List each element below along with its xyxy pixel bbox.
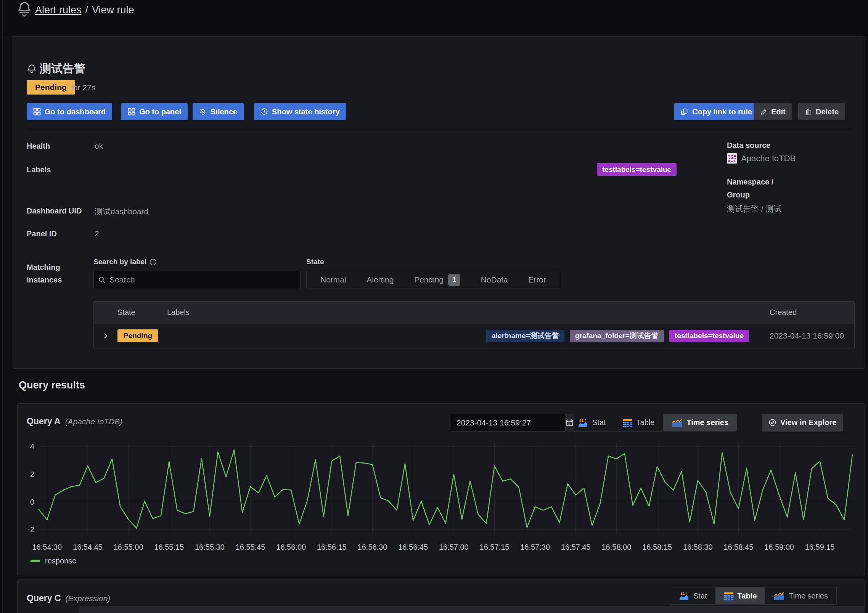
view-in-explore-button[interactable]: View in Explore — [762, 414, 843, 432]
query-a-title: Query A (Apache IoTDB) — [27, 416, 122, 427]
rule-label-badge: testlabels=testvalue — [597, 163, 677, 176]
svg-text:4: 4 — [30, 442, 34, 451]
rule-state-badge: Pending — [27, 80, 75, 95]
panel-id-value: 2 — [95, 229, 99, 238]
row-state-cell: Pending — [117, 323, 167, 348]
go-to-panel-button[interactable]: Go to panel — [121, 103, 188, 120]
svg-text:16:59:15: 16:59:15 — [805, 543, 835, 551]
query-c-view-mode-switcher: 12.4 Stat Table Time series — [670, 587, 837, 605]
table-header-created: Created — [756, 302, 854, 323]
query-a-name: Query A — [27, 416, 61, 427]
search-by-label-row: Search by label — [93, 258, 157, 266]
history-clock-icon — [260, 108, 268, 116]
svg-text:16:55:30: 16:55:30 — [195, 543, 225, 551]
stat-panel-icon: 12.4 — [678, 591, 690, 600]
compass-icon — [768, 419, 776, 427]
query-c-stat-tab[interactable]: 12.4 Stat — [670, 587, 715, 604]
edit-button[interactable]: Edit — [754, 103, 792, 120]
row-created-cell: 2023-04-13 16:59:00 — [756, 323, 854, 348]
datetime-picker-group — [451, 414, 566, 432]
query-c-type: (Expression) — [65, 594, 110, 603]
dashboard-uid-value: 测试dashboard — [95, 206, 148, 217]
pencil-icon — [760, 108, 767, 116]
breadcrumb-current: View rule — [92, 4, 134, 16]
breadcrumb: Alert rules/View rule — [35, 0, 134, 20]
namespace-label-line1: Namespace / — [727, 178, 773, 186]
matching-instances-label-line2: instances — [27, 276, 62, 284]
trash-icon — [805, 108, 812, 116]
svg-text:16:59:00: 16:59:00 — [764, 543, 794, 551]
svg-text:16:58:15: 16:58:15 — [642, 543, 672, 551]
search-input-container — [93, 271, 301, 289]
namespace-value: 测试告警 / 测试 — [727, 204, 782, 214]
query-a-timeseries-tab[interactable]: Time series — [663, 414, 737, 431]
section-divider — [27, 129, 850, 129]
alerting-bell-icon — [17, 0, 32, 18]
state-option-alerting[interactable]: Alerting — [366, 275, 394, 284]
query-c-title: Query C (Expression) — [27, 593, 110, 603]
state-option-nodata[interactable]: NoData — [481, 275, 508, 284]
rule-title: 测试告警 — [40, 61, 85, 77]
datetime-input[interactable] — [451, 414, 565, 431]
legend-series-swatch[interactable] — [31, 560, 40, 562]
table-header-state: State — [117, 302, 167, 323]
legend-series-label[interactable]: response — [45, 557, 76, 565]
state-option-error[interactable]: Error — [528, 275, 546, 284]
bell-slash-icon — [199, 108, 207, 116]
table-panel-icon — [724, 591, 734, 600]
query-c-table-header-strip — [79, 606, 865, 613]
svg-text:16:57:45: 16:57:45 — [561, 543, 591, 551]
svg-text:16:56:45: 16:56:45 — [398, 543, 428, 551]
rule-state-duration: for 27s — [71, 83, 95, 92]
query-c-timeseries-tab[interactable]: Time series — [765, 587, 836, 604]
query-a-view-mode-switcher: 12.4 Stat Table Time series — [569, 414, 737, 432]
svg-text:12.4: 12.4 — [579, 418, 587, 422]
query-a-type: (Apache IoTDB) — [65, 417, 123, 426]
info-icon[interactable] — [149, 258, 157, 266]
row-expand-chevron[interactable] — [94, 323, 117, 348]
dashboard-uid-label: Dashboard UID — [27, 207, 82, 215]
matching-instances-label-line1: Matching — [27, 263, 60, 272]
show-state-history-button[interactable]: Show state history — [254, 103, 346, 120]
svg-text:12.4: 12.4 — [680, 591, 688, 595]
table-panel-icon — [623, 418, 633, 427]
query-a-timeseries-chart[interactable]: -202416:54:3016:54:4516:55:0016:55:1516:… — [22, 437, 857, 555]
state-option-normal[interactable]: Normal — [320, 275, 346, 284]
copy-link-to-rule-button[interactable]: Copy link to rule — [674, 103, 759, 120]
query-results-heading: Query results — [19, 379, 85, 391]
health-label: Health — [27, 142, 50, 151]
timeseries-panel-icon — [773, 591, 785, 600]
state-option-pending[interactable]: Pending 1 — [414, 274, 460, 286]
rule-bell-icon — [27, 63, 37, 74]
query-a-table-tab[interactable]: Table — [614, 414, 663, 431]
table-header-chevron-spacer — [94, 302, 117, 323]
silence-button[interactable]: Silence — [193, 103, 244, 120]
data-source-row: Apache IoTDB — [727, 153, 796, 164]
left-edge-strip — [0, 0, 3, 613]
svg-text:16:55:00: 16:55:00 — [114, 543, 143, 551]
timeseries-panel-icon — [671, 418, 683, 427]
svg-text:16:55:15: 16:55:15 — [154, 543, 184, 551]
query-c-name: Query C — [27, 593, 61, 603]
row-label-grafana-folder: grafana_folder=测试告警 — [570, 330, 664, 342]
health-value: ok — [95, 141, 103, 151]
go-to-dashboard-button[interactable]: Go to dashboard — [27, 103, 112, 120]
svg-text:16:57:00: 16:57:00 — [439, 543, 469, 551]
table-header-labels: Labels — [167, 302, 756, 323]
breadcrumb-alert-rules-link[interactable]: Alert rules — [35, 4, 82, 16]
search-input[interactable] — [109, 275, 296, 284]
svg-text:16:54:45: 16:54:45 — [73, 543, 103, 551]
svg-text:-2: -2 — [27, 525, 34, 534]
breadcrumb-separator: / — [82, 4, 92, 16]
delete-button[interactable]: Delete — [798, 103, 845, 120]
svg-text:16:56:30: 16:56:30 — [358, 543, 387, 551]
query-a-stat-tab[interactable]: 12.4 Stat — [569, 414, 614, 431]
stat-panel-icon: 12.4 — [577, 418, 588, 427]
query-c-table-tab[interactable]: Table — [715, 587, 765, 604]
svg-text:16:54:30: 16:54:30 — [32, 543, 62, 551]
row-label-testlabels: testlabels=testvalue — [669, 330, 749, 342]
svg-text:16:56:15: 16:56:15 — [317, 543, 347, 551]
copy-icon — [681, 108, 688, 116]
pending-count-badge: 1 — [448, 274, 460, 286]
row-state-badge: Pending — [117, 329, 158, 342]
